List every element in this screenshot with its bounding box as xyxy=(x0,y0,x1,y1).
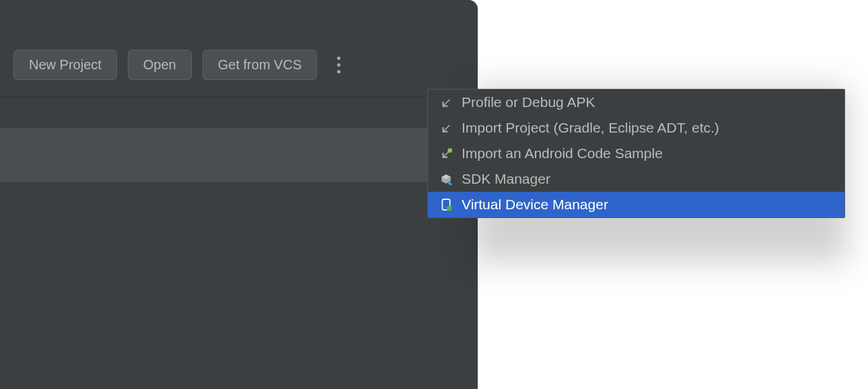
menu-label: Import Project (Gradle, Eclipse ADT, etc… xyxy=(462,120,719,136)
menu-item-import-project[interactable]: Import Project (Gradle, Eclipse ADT, etc… xyxy=(428,115,844,141)
menu-item-sdk-manager[interactable]: SDK Manager xyxy=(428,166,844,192)
import-arrow-icon xyxy=(439,95,454,110)
main-window: New Project Open Get from VCS xyxy=(0,0,478,389)
welcome-body xyxy=(0,128,478,389)
open-button[interactable]: Open xyxy=(128,50,192,80)
android-import-icon xyxy=(439,146,454,161)
window-header xyxy=(0,0,478,37)
menu-label: Virtual Device Manager xyxy=(462,197,608,213)
menu-label: Import an Android Code Sample xyxy=(462,145,663,162)
project-row-highlight[interactable] xyxy=(0,128,478,182)
svg-point-2 xyxy=(447,206,452,211)
more-actions-icon[interactable] xyxy=(332,51,346,79)
svg-point-0 xyxy=(447,148,452,153)
menu-label: Profile or Debug APK xyxy=(462,94,595,110)
get-from-vcs-button[interactable]: Get from VCS xyxy=(203,50,317,80)
menu-item-import-sample[interactable]: Import an Android Code Sample xyxy=(428,141,844,166)
menu-item-virtual-device-manager[interactable]: Virtual Device Manager xyxy=(428,192,844,217)
import-arrow-icon xyxy=(439,120,454,135)
menu-label: SDK Manager xyxy=(462,171,550,187)
welcome-toolbar: New Project Open Get from VCS xyxy=(0,37,478,98)
device-icon xyxy=(439,197,454,212)
menu-item-profile-debug-apk[interactable]: Profile or Debug APK xyxy=(428,90,844,115)
more-actions-menu: Profile or Debug APK Import Project (Gra… xyxy=(427,89,845,218)
new-project-button[interactable]: New Project xyxy=(13,50,117,80)
sdk-box-icon xyxy=(439,172,454,186)
